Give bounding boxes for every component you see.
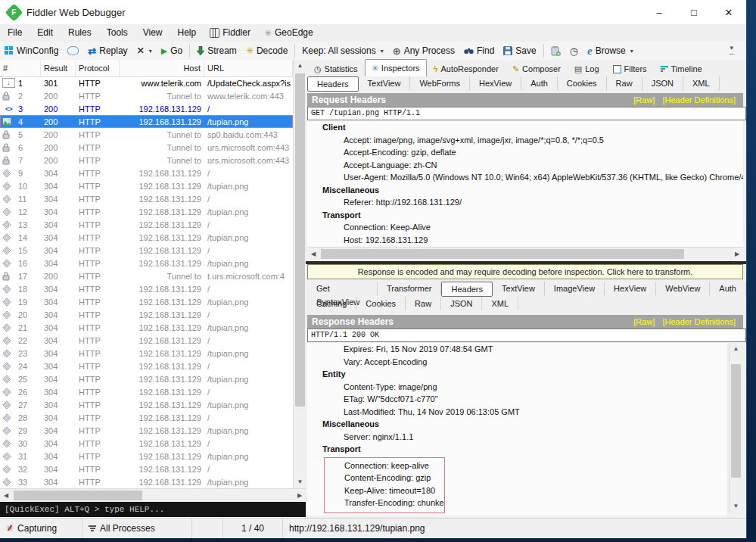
- column-url[interactable]: URL: [204, 61, 293, 76]
- request-tab-webforms[interactable]: WebForms: [410, 76, 470, 90]
- toolbar-overflow-button[interactable]: ▾─: [730, 45, 734, 57]
- session-row[interactable]: 28304HTTP192.168.131.129/: [0, 411, 293, 424]
- request-tab-raw[interactable]: Raw: [607, 76, 642, 90]
- header-group-miscellaneous[interactable]: Miscellaneous: [307, 418, 727, 431]
- session-row[interactable]: 33304HTTP192.168.131.129/tupian.png: [0, 475, 293, 488]
- header-line[interactable]: Accept: image/png, image/svg+xml, image/…: [307, 134, 743, 147]
- screenshot-button[interactable]: [546, 42, 565, 59]
- session-row[interactable]: 18304HTTP192.168.131.129/: [0, 282, 293, 295]
- scroll-left-arrow[interactable]: ◀: [307, 248, 319, 260]
- response-tab-xml[interactable]: XML: [482, 297, 518, 310]
- response-tab-caching[interactable]: Caching: [307, 297, 356, 310]
- session-row[interactable]: 17200HTTPTunnel tot.urs.microsoft.com:4: [0, 269, 293, 282]
- session-row[interactable]: 9304HTTP192.168.131.129/: [0, 167, 293, 179]
- menu-help[interactable]: Help: [170, 24, 204, 42]
- scroll-right-arrow[interactable]: ▶: [731, 248, 743, 260]
- browse-button[interactable]: e Browse▾: [583, 42, 638, 59]
- winconfig-button[interactable]: WinConfig: [0, 42, 63, 59]
- scroll-thumb[interactable]: [321, 249, 684, 259]
- header-line[interactable]: ETag: W/"5dccf071-c770": [307, 393, 727, 406]
- menu-tools[interactable]: Tools: [99, 24, 135, 42]
- header-line[interactable]: Content-Encoding: gzip: [325, 472, 444, 484]
- request-tab-xml[interactable]: XML: [683, 76, 720, 90]
- scroll-thumb[interactable]: [731, 364, 741, 478]
- scroll-down-arrow[interactable]: ▼: [730, 500, 742, 512]
- response-tab-json[interactable]: JSON: [441, 297, 482, 310]
- stream-button[interactable]: Stream: [192, 42, 241, 59]
- keep-sessions-dropdown[interactable]: Keep: All sessions▾: [297, 42, 387, 59]
- header-definitions-link[interactable]: [Header Definitions]: [662, 315, 743, 329]
- raw-link[interactable]: [Raw]: [633, 93, 662, 107]
- session-row[interactable]: 25304HTTP192.168.131.129/tupian.png: [0, 372, 293, 385]
- session-row[interactable]: 31304HTTP192.168.131.129/tupian.png: [0, 450, 293, 463]
- header-line[interactable]: Server: nginx/1.1.1: [307, 431, 727, 444]
- column-result[interactable]: Result: [41, 61, 76, 76]
- session-row[interactable]: 21304HTTP192.168.131.129/tupian.png: [0, 321, 293, 334]
- any-process-button[interactable]: ⊕ Any Process: [388, 42, 459, 59]
- remove-sessions-button[interactable]: ✕▾: [132, 42, 157, 59]
- tab-inspectors[interactable]: ✳Inspectors: [365, 59, 427, 76]
- request-tab-json[interactable]: JSON: [642, 76, 683, 90]
- response-tab-textview[interactable]: TextView: [493, 282, 545, 295]
- tab-filters[interactable]: Filters: [606, 61, 654, 76]
- tab-autoresponder[interactable]: ϟAutoResponder: [427, 61, 506, 76]
- header-line[interactable]: Connection: keep-alive: [325, 459, 444, 472]
- request-tab-cookies[interactable]: Cookies: [558, 76, 607, 90]
- maximize-button[interactable]: □: [677, 0, 711, 24]
- session-row[interactable]: 14304HTTP192.168.131.129/tupian.png: [0, 231, 293, 244]
- menu-file[interactable]: File: [0, 24, 30, 42]
- session-vertical-scrollbar[interactable]: ▲ ▼: [293, 60, 306, 488]
- response-tab-imageview[interactable]: ImageView: [545, 282, 605, 295]
- request-tab-auth[interactable]: Auth: [521, 76, 558, 90]
- session-row[interactable]: 26304HTTP192.168.131.129/: [0, 385, 293, 398]
- column-host[interactable]: Host: [120, 61, 204, 76]
- column-number[interactable]: #: [0, 61, 41, 76]
- header-group-transport[interactable]: Transport: [307, 443, 727, 456]
- scroll-up-arrow[interactable]: ▲: [294, 60, 306, 72]
- response-tab-webview[interactable]: WebView: [656, 282, 710, 295]
- menu-view[interactable]: View: [135, 24, 170, 42]
- session-row[interactable]: 27304HTTP192.168.131.129/tupian.png: [0, 398, 293, 411]
- session-row[interactable]: 24304HTTP192.168.131.129/: [0, 360, 293, 372]
- session-row[interactable]: 32304HTTP192.168.131.129/: [0, 463, 293, 475]
- close-button[interactable]: ✕: [711, 0, 746, 24]
- response-start-line[interactable]: HTTP/1.1 200 OK: [307, 329, 746, 342]
- header-line[interactable]: Content-Type: image/png: [307, 381, 727, 394]
- session-row[interactable]: 2200HTTPTunnel towww.telerik.com:443: [0, 89, 293, 102]
- request-horizontal-scrollbar[interactable]: ◀ ▶: [307, 247, 743, 260]
- session-row[interactable]: 4200HTTP192.168.131.129/tupian.png: [0, 115, 293, 128]
- save-button[interactable]: Save: [499, 42, 540, 59]
- session-row[interactable]: 15304HTTP192.168.131.129/: [0, 244, 293, 257]
- tab-timeline[interactable]: Timeline: [654, 61, 709, 76]
- request-tab-hexview[interactable]: HexView: [470, 76, 521, 90]
- session-row[interactable]: 16304HTTP192.168.131.129/tupian.png: [0, 257, 293, 269]
- response-tab-transformer[interactable]: Transformer: [378, 282, 442, 295]
- process-filter-toggle[interactable]: All Processes: [82, 519, 192, 538]
- request-start-line[interactable]: GET /tupian.png HTTP/1.1: [307, 107, 746, 120]
- header-group-client[interactable]: Client: [307, 121, 743, 134]
- session-row[interactable]: 10304HTTP192.168.131.129/tupian.png: [0, 179, 293, 192]
- menu-rules[interactable]: Rules: [61, 24, 99, 42]
- header-line[interactable]: Vary: Accept-Encoding: [307, 356, 727, 369]
- comment-button[interactable]: [63, 42, 83, 59]
- tab-statistics[interactable]: ◷Statistics: [307, 61, 365, 76]
- header-line[interactable]: Keep-Alive: timeout=180: [325, 484, 444, 497]
- scroll-down-arrow[interactable]: ▼: [294, 476, 306, 488]
- minimize-button[interactable]: –: [642, 0, 677, 24]
- header-line[interactable]: Connection: Keep-Alive: [307, 221, 743, 234]
- capturing-toggle[interactable]: ✳ Capturing: [0, 519, 82, 538]
- scroll-thumb[interactable]: [14, 491, 142, 500]
- response-tab-auth[interactable]: Auth: [710, 282, 746, 295]
- encoding-warning-banner[interactable]: Response is encoded and may require deco…: [307, 264, 743, 279]
- response-vertical-scrollbar[interactable]: ▲ ▼: [729, 343, 742, 512]
- session-row[interactable]: 22304HTTP192.168.131.129/: [0, 334, 293, 347]
- request-tab-headers[interactable]: Headers: [307, 76, 359, 92]
- session-row[interactable]: 6200HTTPTunnel tours.microsoft.com:443: [0, 141, 293, 154]
- header-line[interactable]: Accept-Language: zh-CN: [307, 159, 743, 172]
- column-protocol[interactable]: Protocol: [76, 61, 120, 76]
- header-line[interactable]: Expires: Fri, 15 Nov 2019 07:48:54 GMT: [307, 343, 727, 356]
- header-line[interactable]: Last-Modified: Thu, 14 Nov 2019 06:13:05…: [307, 406, 727, 419]
- header-line[interactable]: Referer: http://192.168.131.129/: [307, 196, 743, 209]
- header-line[interactable]: Host: 192.168.131.129: [307, 234, 743, 247]
- session-row[interactable]: 5200HTTPTunnel tosp0.baidu.com:443: [0, 128, 293, 141]
